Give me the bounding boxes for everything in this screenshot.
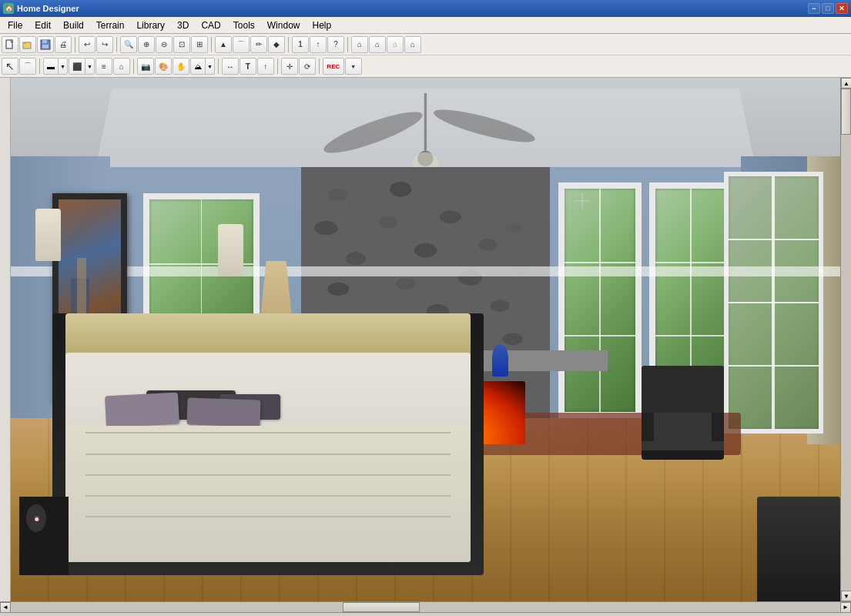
sep5 bbox=[347, 37, 348, 52]
menu-item-help[interactable]: Help bbox=[306, 17, 337, 33]
minimize-button[interactable]: − bbox=[808, 3, 820, 14]
svg-rect-4 bbox=[42, 45, 49, 49]
sep2 bbox=[116, 37, 117, 52]
sconce-right bbox=[218, 224, 243, 276]
zoom-glass-button[interactable]: 🔍 bbox=[120, 36, 137, 53]
sep7 bbox=[133, 59, 134, 74]
arrow-tool[interactable]: ↑ bbox=[257, 58, 274, 75]
crown-molding bbox=[11, 266, 840, 277]
text-tool[interactable]: T bbox=[240, 58, 256, 75]
chair-bottom-right bbox=[757, 497, 840, 601]
diamond-tool[interactable]: ◆ bbox=[268, 36, 285, 53]
title-bar-left: 🏠 Home Designer bbox=[3, 3, 79, 14]
sep9 bbox=[277, 59, 278, 74]
rotate-tool[interactable]: ⟳ bbox=[299, 58, 316, 75]
toolbar-row-1: 🖨 ↩ ↪ 🔍 ⊕ ⊖ ⊡ ⊞ ▲ ⌒ ✏ ◆ 1 ↑ ? ⌂ ⌂ ⌂ ⌂ bbox=[0, 34, 851, 55]
scroll-down-button[interactable]: ▼ bbox=[841, 591, 851, 601]
material-tool[interactable]: 🎨 bbox=[155, 58, 172, 75]
terrain-dropdown[interactable]: ⛰ ▼ bbox=[190, 58, 215, 75]
floor-dropdown[interactable]: ⬛ ▼ bbox=[69, 58, 95, 75]
terrain-dropdown-arrow: ▼ bbox=[206, 64, 214, 69]
armchair bbox=[642, 366, 725, 460]
scroll-right-button[interactable]: ► bbox=[840, 602, 851, 613]
sep8 bbox=[218, 59, 219, 74]
polyline-tool[interactable]: ⌒ bbox=[233, 36, 250, 53]
scroll-left-button[interactable]: ◄ bbox=[0, 602, 11, 613]
house-btn2[interactable]: ⌂ bbox=[369, 36, 386, 53]
house-btn3[interactable]: ⌂ bbox=[387, 36, 404, 53]
title-bar-controls[interactable]: − □ ✕ bbox=[808, 3, 848, 14]
scroll-horizontal-track[interactable] bbox=[11, 602, 840, 612]
svg-rect-3 bbox=[42, 40, 47, 43]
arc-tool[interactable]: ⌒ bbox=[19, 58, 36, 75]
save-button[interactable] bbox=[37, 36, 54, 53]
window-right2-grid bbox=[565, 189, 635, 412]
close-button[interactable]: ✕ bbox=[836, 3, 848, 14]
scrollbar-vertical[interactable]: ▲ ▼ bbox=[840, 78, 851, 601]
help-btn[interactable]: ? bbox=[327, 36, 344, 53]
menu-bar: File Edit Build Terrain Library 3D CAD T… bbox=[0, 17, 851, 34]
floor-dropdown-label: ⬛ bbox=[69, 59, 85, 74]
sconce-left bbox=[35, 209, 60, 261]
roof-tool[interactable]: ⌂ bbox=[113, 58, 130, 75]
select-tool[interactable]: ↖ bbox=[2, 58, 18, 75]
toolbar-row-2: ↖ ⌒ ▬ ▼ ⬛ ▼ ≡ ⌂ 📷 🎨 ✋ ⛰ ▼ ↔ T ↑ ✛ ⟳ REC … bbox=[0, 55, 851, 77]
window-right-2 bbox=[558, 182, 642, 418]
redo-button[interactable]: ↪ bbox=[96, 36, 113, 53]
camera-tool[interactable]: 📷 bbox=[137, 58, 154, 75]
wall-dropdown-label: ▬ bbox=[44, 59, 59, 74]
house-btn4[interactable]: ⌂ bbox=[404, 36, 421, 53]
open-button[interactable] bbox=[19, 36, 36, 53]
dimension-tool[interactable]: ↔ bbox=[222, 58, 239, 75]
vase-5 bbox=[492, 345, 509, 377]
pillow-gray-2 bbox=[186, 397, 260, 427]
menu-item-3d[interactable]: 3D bbox=[171, 17, 195, 33]
room-scene: ⏰ bbox=[11, 78, 840, 601]
print-button[interactable]: 🖨 bbox=[55, 36, 72, 53]
wall-dropdown-arrow: ▼ bbox=[59, 64, 67, 69]
rec-button[interactable]: REC bbox=[323, 58, 344, 75]
menu-item-terrain[interactable]: Terrain bbox=[90, 17, 131, 33]
stair-tool[interactable]: ≡ bbox=[95, 58, 112, 75]
french-door bbox=[724, 172, 823, 434]
zoom-out-button[interactable]: ⊖ bbox=[156, 36, 173, 53]
scrollbar-horizontal[interactable]: ◄ ► bbox=[0, 601, 851, 612]
new-button[interactable] bbox=[2, 36, 18, 53]
sep3 bbox=[211, 37, 212, 52]
wall-dropdown[interactable]: ▬ ▼ bbox=[43, 58, 68, 75]
toolbar-area: 🖨 ↩ ↪ 🔍 ⊕ ⊖ ⊡ ⊞ ▲ ⌒ ✏ ◆ 1 ↑ ? ⌂ ⌂ ⌂ ⌂ ↖ … bbox=[0, 34, 851, 78]
menu-item-library[interactable]: Library bbox=[130, 17, 171, 33]
number1-tool[interactable]: 1 bbox=[292, 36, 309, 53]
scroll-up-button[interactable]: ▲ bbox=[841, 78, 851, 89]
uparrow-tool[interactable]: ↑ bbox=[310, 36, 327, 53]
status-bar bbox=[0, 612, 851, 616]
sep6 bbox=[39, 59, 40, 74]
bed bbox=[52, 313, 484, 575]
fit-button[interactable]: ⊡ bbox=[173, 36, 190, 53]
triangle-tool[interactable]: ▲ bbox=[215, 36, 232, 53]
menu-item-window[interactable]: Window bbox=[261, 17, 307, 33]
zoom-in-button[interactable]: ⊕ bbox=[138, 36, 155, 53]
scroll-vertical-track[interactable] bbox=[841, 89, 851, 591]
sep1 bbox=[75, 37, 75, 52]
undo-button[interactable]: ↩ bbox=[79, 36, 95, 53]
app-icon: 🏠 bbox=[3, 3, 14, 14]
bed-mattress bbox=[65, 353, 471, 562]
scroll-horizontal-thumb[interactable] bbox=[343, 602, 420, 612]
menu-item-tools[interactable]: Tools bbox=[227, 17, 261, 33]
move-tool[interactable]: ✛ bbox=[281, 58, 298, 75]
menu-item-build[interactable]: Build bbox=[57, 17, 90, 33]
maximize-button[interactable]: □ bbox=[822, 3, 834, 14]
scroll-vertical-thumb[interactable] bbox=[841, 89, 851, 135]
rec-dropdown[interactable]: ▼ bbox=[345, 58, 362, 75]
sep4 bbox=[288, 37, 289, 52]
fit2-button[interactable]: ⊞ bbox=[191, 36, 208, 53]
sep10 bbox=[319, 59, 320, 74]
menu-item-cad[interactable]: CAD bbox=[195, 17, 226, 33]
menu-item-file[interactable]: File bbox=[2, 17, 28, 33]
hand-tool[interactable]: ✋ bbox=[173, 58, 189, 75]
pencil-tool[interactable]: ✏ bbox=[250, 36, 267, 53]
menu-item-edit[interactable]: Edit bbox=[28, 17, 57, 33]
house-btn1[interactable]: ⌂ bbox=[351, 36, 368, 53]
canvas-container[interactable]: ⏰ bbox=[11, 78, 840, 601]
